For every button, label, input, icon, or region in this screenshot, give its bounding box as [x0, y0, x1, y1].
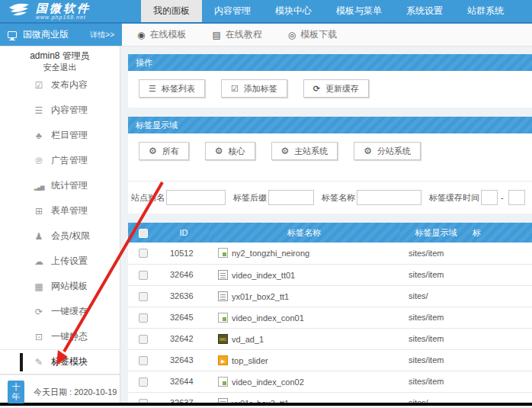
- sidebar-item-label: 会员/权限: [51, 230, 90, 243]
- swoosh-logo-icon: [8, 3, 30, 19]
- cogs-icon: [281, 146, 290, 156]
- sidebar-item-icon: [34, 282, 44, 291]
- toolbar-link[interactable]: 模板下载: [288, 28, 337, 41]
- row-checkbox[interactable]: [139, 335, 148, 344]
- toolbar-link[interactable]: 在线教程: [212, 28, 261, 41]
- row-name-cell: top_slider: [209, 349, 399, 371]
- row-id: 32637: [159, 392, 209, 403]
- row-extra-cell: [473, 264, 532, 285]
- sidebar-item[interactable]: 网站模板: [0, 274, 120, 299]
- row-checkbox[interactable]: [139, 313, 148, 323]
- sidebar-item[interactable]: 一键静态: [0, 324, 120, 349]
- brand-subtitle: www.php168.net: [36, 14, 91, 20]
- row-checkbox-cell: [128, 307, 159, 328]
- sidebar-item[interactable]: 发布内容: [0, 72, 120, 98]
- filter-button-label: 所有: [162, 146, 179, 157]
- anniversary-badge: 十年: [8, 381, 24, 403]
- nav-item[interactable]: 站群系统: [455, 0, 516, 22]
- sidebar-item-icon: [34, 106, 44, 115]
- row-checkbox[interactable]: [139, 356, 148, 365]
- sidebar-item-icon: [34, 182, 44, 191]
- tag-name-label: 标签名称: [322, 192, 355, 204]
- tag-display-panel: 标签显示域 所有 核心 主站系统: [128, 117, 532, 214]
- tag-suffix-label: 标签后缀: [233, 192, 267, 204]
- row-display-domain: sites/item: [399, 328, 473, 349]
- nav-item-label: 我的面板: [153, 5, 190, 18]
- action-button[interactable]: 添加标签: [221, 79, 287, 98]
- action-button[interactable]: 标签列表: [139, 79, 205, 98]
- sidebar-item-label: 表单管理: [51, 204, 88, 217]
- col-extra: 标: [473, 223, 532, 243]
- row-extra-cell: [473, 349, 532, 371]
- row-checkbox-cell: [128, 285, 159, 307]
- tag-name-link[interactable]: video_index_con02: [232, 377, 304, 387]
- table-row: 32643 top_slider sites/item: [128, 349, 532, 371]
- action-button[interactable]: 更新缓存: [303, 79, 369, 98]
- nav-item-label: 站群系统: [467, 5, 504, 18]
- row-checkbox[interactable]: [139, 399, 148, 403]
- filter-button[interactable]: 核心: [205, 142, 255, 160]
- tag-name-link[interactable]: top_slider: [232, 356, 268, 365]
- logout-link[interactable]: 安全退出: [0, 62, 120, 73]
- toolbar-link-label: 在线教程: [226, 28, 262, 41]
- filter-button[interactable]: 所有: [139, 142, 189, 160]
- site-alias-input[interactable]: [166, 190, 226, 205]
- filter-button[interactable]: 主站系统: [271, 142, 338, 160]
- row-id: 10512: [159, 243, 209, 264]
- sidebar-item[interactable]: 上传设置: [0, 249, 120, 274]
- sidebar-item-icon: [34, 333, 44, 342]
- row-checkbox[interactable]: [139, 249, 148, 258]
- sidebar-item-label: 一键缓存: [51, 305, 88, 318]
- row-name-cell: video_index_con01: [209, 307, 399, 328]
- row-checkbox[interactable]: [139, 292, 148, 301]
- nav-item[interactable]: 我的面板: [141, 0, 202, 22]
- filter-buttons: 所有 核心 主站系统 分站系统: [128, 133, 532, 170]
- sidebar-item-label: 标签模块: [51, 355, 88, 368]
- sidebar-item[interactable]: 内容管理: [0, 98, 120, 123]
- sidebar-item[interactable]: 一键缓存: [0, 299, 120, 324]
- sidebar-item-label: 发布内容: [51, 79, 88, 92]
- tag-name-link[interactable]: video_index_tt01: [232, 271, 295, 280]
- tag-type-icon: [218, 377, 228, 387]
- cache-time-to-input[interactable]: [508, 190, 525, 205]
- sidebar-item[interactable]: 标签模块: [0, 349, 120, 374]
- details-link[interactable]: 详情>>: [90, 30, 114, 40]
- nav-item[interactable]: 内容管理: [202, 0, 263, 22]
- nav-item[interactable]: 模块中心: [263, 0, 324, 22]
- tag-name-link[interactable]: vd_ad_1: [232, 335, 264, 344]
- tag-name-link[interactable]: yx01r_box3_tt1: [232, 399, 289, 403]
- row-checkbox-cell: [128, 328, 159, 349]
- tag-suffix-input[interactable]: [268, 190, 314, 205]
- sidebar-item-icon: [34, 81, 44, 90]
- sidebar-item-icon: [34, 358, 44, 367]
- row-id: 32644: [159, 371, 209, 392]
- tag-name-link[interactable]: yx01r_box2_tt1: [232, 292, 289, 301]
- sidebar-item[interactable]: 统计管理: [0, 173, 120, 198]
- row-checkbox[interactable]: [139, 271, 148, 280]
- tag-name-link[interactable]: video_index_con01: [232, 313, 304, 323]
- table-row: 32645 video_index_con01 sites/item: [128, 307, 532, 328]
- today-date: 今天日期 : 2020-10-19: [34, 381, 117, 398]
- cache-time-from-input[interactable]: [481, 190, 498, 205]
- product-banner[interactable]: 国微商业版 详情>>: [0, 24, 122, 46]
- range-separator: -: [501, 193, 504, 202]
- button-label: 添加标签: [244, 83, 277, 95]
- filter-button[interactable]: 分站系统: [354, 142, 421, 160]
- tag-name-input[interactable]: [357, 190, 421, 205]
- select-all-checkbox[interactable]: [139, 229, 148, 238]
- sidebar-item[interactable]: 广告管理: [0, 148, 120, 173]
- sidebar-item-icon: [34, 131, 44, 140]
- cogs-icon: [215, 146, 223, 156]
- nav-item[interactable]: 模板与菜单: [324, 0, 394, 22]
- sidebar-item-label: 内容管理: [51, 104, 88, 117]
- sidebar-item[interactable]: 会员/权限: [0, 223, 120, 249]
- nav-item[interactable]: 系统设置: [394, 0, 455, 22]
- toolbar-link[interactable]: 在线模板: [137, 28, 186, 41]
- row-checkbox[interactable]: [139, 377, 148, 387]
- row-checkbox-cell: [128, 349, 159, 371]
- main-nav: 我的面板 内容管理 模块中心 模板与菜单 系统设置 站群系统: [141, 0, 516, 22]
- row-checkbox-cell: [128, 371, 159, 392]
- tag-name-link[interactable]: ny2_tongzhi_neirong: [232, 249, 309, 258]
- sidebar-item[interactable]: 表单管理: [0, 198, 120, 223]
- sidebar-item[interactable]: 栏目管理: [0, 123, 120, 148]
